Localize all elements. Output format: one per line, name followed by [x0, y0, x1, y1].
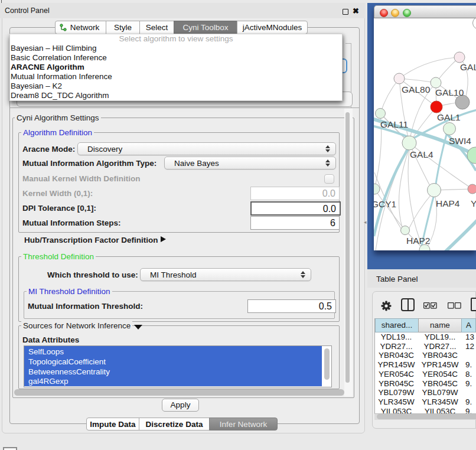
svg-text:GCY1: GCY1 [374, 199, 396, 209]
svg-text:GAL1: GAL1 [437, 112, 461, 122]
svg-text:HAP4: HAP4 [436, 198, 460, 208]
svg-text:YEL: YEL [471, 198, 476, 208]
svg-text:HAP2: HAP2 [406, 236, 431, 246]
svg-text:SWI4: SWI4 [449, 136, 471, 146]
svg-text:GAL11: GAL11 [380, 119, 408, 129]
svg-text:GAL80: GAL80 [402, 84, 431, 94]
svg-text:GAL4: GAL4 [410, 149, 433, 159]
svg-text:GAL10: GAL10 [435, 87, 464, 97]
svg-text:GAL7: GAL7 [460, 62, 476, 72]
